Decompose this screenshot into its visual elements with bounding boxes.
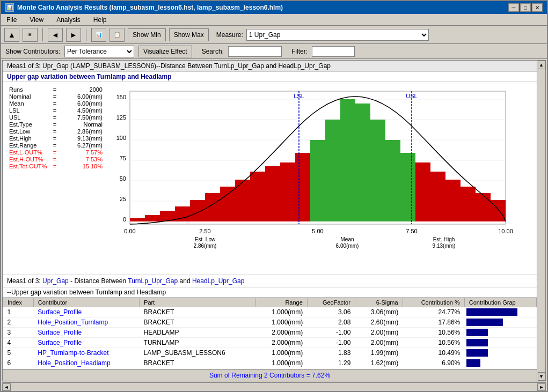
- menu-analysis[interactable]: Analysis: [53, 15, 84, 25]
- svg-rect-34: [430, 172, 445, 221]
- cell-part: BRACKET: [140, 358, 256, 368]
- svg-rect-24: [280, 162, 295, 221]
- cell-geofactor: -1.00: [307, 328, 355, 338]
- filter-input[interactable]: [312, 46, 355, 57]
- cell-contributor: Surface_Profile: [33, 328, 139, 338]
- svg-rect-18: [190, 200, 205, 221]
- table-row: 2 Hole_Position_Turnlamp BRACKET 1.000(m…: [3, 317, 537, 328]
- svg-rect-20: [220, 187, 235, 221]
- scroll-up-button[interactable]: ▲: [538, 61, 545, 69]
- separator-2: [86, 28, 86, 41]
- svg-text:7.50: 7.50: [406, 228, 417, 234]
- measure-select[interactable]: 1 Upr_Gap: [246, 29, 429, 41]
- svg-rect-32: [400, 153, 415, 221]
- cell-bar: [464, 307, 536, 317]
- stats-panel: Runs=2000 Nominal=6.00(mm) Mean=6.00(mm)…: [5, 84, 107, 272]
- svg-text:0: 0: [123, 216, 126, 223]
- cell-bar: [464, 328, 536, 338]
- scroll-right-button[interactable]: ►: [537, 383, 546, 391]
- cell-index: 2: [3, 317, 34, 328]
- table-container[interactable]: Index Contributor Part Range GeoFactor 6…: [3, 298, 537, 369]
- cell-contributor: Surface_Profile: [33, 307, 139, 317]
- svg-rect-29: [355, 103, 370, 221]
- menu-file[interactable]: File: [3, 15, 20, 25]
- svg-rect-35: [445, 180, 461, 221]
- cell-contributor: HP_Turnlamp-to-Bracket: [33, 348, 139, 358]
- menu-view[interactable]: View: [26, 15, 47, 25]
- list-button[interactable]: ≡: [23, 28, 38, 42]
- svg-text:150: 150: [116, 94, 126, 100]
- svg-text:Mean: Mean: [340, 236, 354, 242]
- cell-contribution: 24.77%: [403, 307, 464, 317]
- status-text: Sum of Remaining 2 Contributors = 7.62%: [209, 372, 330, 379]
- svg-rect-30: [370, 120, 385, 221]
- measure-label: Measure:: [216, 31, 243, 39]
- meas-header: Meas1 of 3: Upr_Gap (LAMP_SUBASM_LESSON6…: [3, 61, 537, 72]
- cell-contribution: 10.49%: [403, 348, 464, 358]
- table-row: 5 HP_Turnlamp-to-Bracket LAMP_SUBASM_LES…: [3, 348, 537, 358]
- svg-rect-36: [461, 187, 476, 221]
- table-header-row: Index Contributor Part Range GeoFactor 6…: [3, 298, 537, 307]
- cell-range: 1.000(mm): [256, 348, 308, 358]
- cell-geofactor: 0.98: [307, 368, 355, 369]
- minimize-button[interactable]: ─: [508, 3, 519, 12]
- svg-text:0.00: 0.00: [124, 228, 135, 234]
- svg-text:10.00: 10.00: [498, 228, 513, 234]
- scrollbar-bottom[interactable]: ◄ ►: [2, 382, 546, 391]
- histogram-svg: 0 25 50 75 100 125 150: [111, 88, 519, 249]
- est-l-out-label: Est.L-OUT%: [9, 149, 49, 156]
- histogram-container: 0 25 50 75 100 125 150: [107, 84, 535, 272]
- hist-button[interactable]: 📊: [91, 28, 106, 42]
- contributors-select[interactable]: Per Tolerance: [64, 46, 134, 57]
- menu-help[interactable]: Help: [90, 15, 110, 25]
- lsl-value: 4.50(mm): [60, 107, 103, 114]
- scroll-down-button[interactable]: ▼: [538, 372, 545, 381]
- maximize-button[interactable]: □: [520, 3, 531, 12]
- est-h-out-label: Est.H-OUT%: [9, 156, 49, 162]
- contrib-header-text: Meas1 of 3: Upr_Gap - Distance Between T…: [7, 277, 244, 285]
- cell-geofactor: 3.06: [307, 307, 355, 317]
- show-max-button[interactable]: Show Max: [169, 28, 209, 41]
- show-min-button[interactable]: Show Min: [128, 28, 166, 41]
- svg-rect-23: [265, 166, 280, 221]
- cell-range: 2.000(mm): [256, 328, 308, 338]
- app-icon: 📊: [5, 3, 14, 12]
- contrib-sub: --Upper gap variation between Turnlamp a…: [3, 287, 537, 298]
- svg-text:USL: USL: [406, 93, 417, 99]
- arrow-up-button[interactable]: ▲: [4, 28, 19, 42]
- cell-part: TURNLAMP: [140, 338, 256, 348]
- cell-index: 3: [3, 328, 34, 338]
- svg-text:9.13(mm): 9.13(mm): [433, 243, 456, 249]
- lsl-label: LSL: [9, 107, 49, 114]
- forward-button[interactable]: ►: [66, 28, 81, 42]
- runs-label: Runs: [9, 86, 49, 93]
- table-button[interactable]: 📋: [109, 28, 125, 42]
- scroll-left-button[interactable]: ◄: [2, 383, 11, 391]
- cell-geofactor: 1.29: [307, 358, 355, 368]
- svg-rect-33: [415, 162, 430, 221]
- mean-label: Mean: [9, 100, 49, 107]
- svg-text:Est. Low: Est. Low: [195, 236, 216, 242]
- svg-rect-26: [310, 140, 325, 221]
- cell-6sigma: 2.60(mm): [355, 317, 403, 328]
- svg-text:Est. High: Est. High: [433, 236, 455, 242]
- col-geofactor: GeoFactor: [307, 298, 355, 307]
- visualize-effect-button[interactable]: Visualize Effect: [138, 46, 192, 57]
- col-graph: Contribution Grap: [464, 298, 536, 307]
- scrollbar-right[interactable]: ▲ ▼: [537, 61, 545, 381]
- est-h-out-value: 7.53%: [60, 156, 103, 162]
- est-tot-out-label: Est.Tot-OUT%: [9, 163, 49, 169]
- cell-part: HEADLAMP: [140, 328, 256, 338]
- table-row: 7 HP_Turnlamp-to-Bracket LAMP_SUBASM_LES…: [3, 368, 537, 369]
- search-input[interactable]: [228, 46, 282, 57]
- back-button[interactable]: ◄: [48, 28, 63, 42]
- cell-part: BRACKET: [140, 307, 256, 317]
- cell-geofactor: 1.83: [307, 348, 355, 358]
- cell-bar: [464, 358, 536, 368]
- table-row: 1 Surface_Profile BRACKET 1.000(mm) 3.06…: [3, 307, 537, 317]
- col-range: Range: [256, 298, 308, 307]
- mean-value: 6.00(mm): [60, 100, 103, 107]
- contributions-section: Meas1 of 3: Upr_Gap - Distance Between T…: [3, 275, 537, 381]
- cell-range: 1.000(mm): [256, 358, 308, 368]
- close-button[interactable]: ✕: [532, 3, 543, 12]
